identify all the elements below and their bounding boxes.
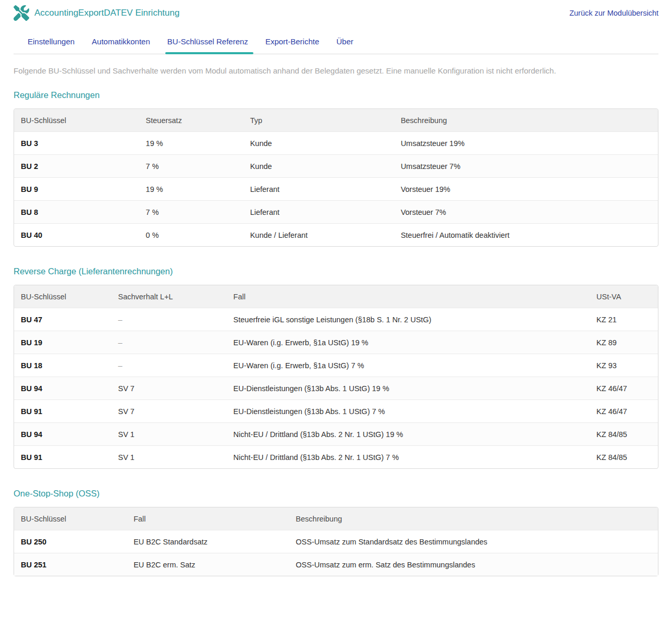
- column-header: Fall: [227, 285, 590, 308]
- table-row: BU 250EU B2C StandardsatzOSS-Umsatz zum …: [14, 530, 658, 553]
- table-cell: OSS-Umsatz zum Standardsatz des Bestimmu…: [289, 530, 658, 553]
- table-cell: KZ 84/85: [590, 445, 658, 468]
- bu-key-cell: BU 94: [14, 377, 111, 399]
- module-brand: AccountingExportDATEV Einrichtung: [14, 5, 179, 21]
- table-cell: –: [111, 354, 226, 377]
- table-row: BU 94SV 7EU-Dienstleistungen (§13b Abs. …: [14, 377, 658, 399]
- table-cell: KZ 84/85: [590, 422, 658, 445]
- section-title-regulaere-rechnungen: Reguläre Rechnungen: [14, 90, 658, 100]
- table-cell: Vorsteuer 7%: [394, 200, 658, 223]
- bu-key-cell: BU 251: [14, 553, 127, 576]
- bu-key-cell: BU 19: [14, 331, 111, 354]
- table-cell: Lieferant: [243, 177, 394, 200]
- table-cell: Umsatzsteuer 7%: [394, 154, 658, 177]
- table-cell: Vorsteuer 19%: [394, 177, 658, 200]
- table-cell: EU-Waren (i.g. Erwerb, §1a UStG) 7 %: [227, 354, 590, 377]
- section-title-oss: One-Stop-Shop (OSS): [14, 489, 658, 499]
- reverse-charge-table: BU-SchlüsselSachverhalt L+LFallUSt-VABU …: [14, 285, 658, 469]
- table-row: BU 19–EU-Waren (i.g. Erwerb, §1a UStG) 1…: [14, 331, 658, 354]
- tab-export-berichte[interactable]: Export-Berichte: [265, 37, 319, 54]
- tab-ueber[interactable]: Über: [336, 37, 353, 54]
- table-row: BU 91SV 7EU-Dienstleistungen (§13b Abs. …: [14, 399, 658, 422]
- tab-einstellungen[interactable]: Einstellungen: [28, 37, 75, 54]
- table-cell: –: [111, 331, 226, 354]
- bu-key-cell: BU 250: [14, 530, 127, 553]
- column-header: USt-VA: [590, 285, 658, 308]
- table-cell: Steuerfreie iGL sonstige Leistungen (§18…: [227, 308, 590, 331]
- table-cell: Lieferant: [243, 200, 394, 223]
- tab-automatikkonten[interactable]: Automatikkonten: [92, 37, 150, 54]
- table-cell: Umsatzsteuer 19%: [394, 131, 658, 154]
- table-cell: EU-Dienstleistungen (§13b Abs. 1 UStG) 7…: [227, 399, 590, 422]
- module-settings-page: AccountingExportDATEV Einrichtung Zurück…: [0, 0, 672, 576]
- bu-key-cell: BU 3: [14, 131, 139, 154]
- regular-invoices-table: BU-SchlüsselSteuersatzTypBeschreibungBU …: [14, 108, 658, 247]
- table-row: BU 94SV 1Nicht-EU / Drittland (§13b Abs.…: [14, 422, 658, 445]
- table-cell: 7 %: [139, 200, 243, 223]
- table-header-row: BU-SchlüsselFallBeschreibung: [14, 507, 658, 530]
- column-header: Steuersatz: [139, 109, 243, 131]
- table-cell: SV 1: [111, 422, 226, 445]
- bu-key-cell: BU 40: [14, 223, 139, 246]
- table-row: BU 319 %KundeUmsatzsteuer 19%: [14, 131, 658, 154]
- bu-key-cell: BU 9: [14, 177, 139, 200]
- bu-key-cell: BU 2: [14, 154, 139, 177]
- tab-bu-schluessel-referenz[interactable]: BU-Schlüssel Referenz: [167, 37, 248, 54]
- table-row: BU 18–EU-Waren (i.g. Erwerb, §1a UStG) 7…: [14, 354, 658, 377]
- table-row: BU 87 %LieferantVorsteuer 7%: [14, 200, 658, 223]
- table-cell: EU-Waren (i.g. Erwerb, §1a UStG) 19 %: [227, 331, 590, 354]
- top-bar: AccountingExportDATEV Einrichtung Zurück…: [14, 0, 658, 21]
- bu-key-cell: BU 91: [14, 445, 111, 468]
- column-header: Typ: [243, 109, 394, 131]
- table-cell: Steuerfrei / Automatik deaktiviert: [394, 223, 658, 246]
- table-row: BU 91SV 1Nicht-EU / Drittland (§13b Abs.…: [14, 445, 658, 468]
- bu-key-cell: BU 8: [14, 200, 139, 223]
- page-title: AccountingExportDATEV Einrichtung: [34, 8, 179, 18]
- table-cell: 0 %: [139, 223, 243, 246]
- table-cell: KZ 89: [590, 331, 658, 354]
- oss-table: BU-SchlüsselFallBeschreibungBU 250EU B2C…: [14, 507, 658, 576]
- table-cell: EU B2C erm. Satz: [127, 553, 289, 576]
- table-cell: –: [111, 308, 226, 331]
- table-cell: Kunde / Lieferant: [243, 223, 394, 246]
- table-header-row: BU-SchlüsselSachverhalt L+LFallUSt-VA: [14, 285, 658, 308]
- column-header: BU-Schlüssel: [14, 507, 127, 530]
- table-cell: EU B2C Standardsatz: [127, 530, 289, 553]
- column-header: BU-Schlüssel: [14, 109, 139, 131]
- table-cell: SV 7: [111, 399, 226, 422]
- table-cell: KZ 93: [590, 354, 658, 377]
- bu-key-cell: BU 91: [14, 399, 111, 422]
- intro-text: Folgende BU-Schlüssel und Sachverhalte w…: [14, 66, 658, 76]
- table-header-row: BU-SchlüsselSteuersatzTypBeschreibung: [14, 109, 658, 131]
- table-cell: EU-Dienstleistungen (§13b Abs. 1 UStG) 1…: [227, 377, 590, 399]
- table-cell: 19 %: [139, 131, 243, 154]
- table-row: BU 251EU B2C erm. SatzOSS-Umsatz zum erm…: [14, 553, 658, 576]
- bu-key-cell: BU 94: [14, 422, 111, 445]
- column-header: Beschreibung: [289, 507, 658, 530]
- bu-key-cell: BU 18: [14, 354, 111, 377]
- table-cell: SV 7: [111, 377, 226, 399]
- table-cell: KZ 21: [590, 308, 658, 331]
- section-title-reverse-charge: Reverse Charge (Lieferantenrechnungen): [14, 266, 658, 276]
- table-row: BU 47–Steuerfreie iGL sonstige Leistunge…: [14, 308, 658, 331]
- table-cell: KZ 46/47: [590, 377, 658, 399]
- table-cell: 19 %: [139, 177, 243, 200]
- table-cell: KZ 46/47: [590, 399, 658, 422]
- table-row: BU 400 %Kunde / LieferantSteuerfrei / Au…: [14, 223, 658, 246]
- table-row: BU 919 %LieferantVorsteuer 19%: [14, 177, 658, 200]
- table-cell: OSS-Umsatz zum erm. Satz des Bestimmungs…: [289, 553, 658, 576]
- tab-bar: Einstellungen Automatikkonten BU-Schlüss…: [14, 37, 658, 54]
- table-cell: 7 %: [139, 154, 243, 177]
- screwdriver-wrench-icon: [14, 5, 29, 21]
- table-cell: Kunde: [243, 154, 394, 177]
- table-row: BU 27 %KundeUmsatzsteuer 7%: [14, 154, 658, 177]
- column-header: Beschreibung: [394, 109, 658, 131]
- column-header: Fall: [127, 507, 289, 530]
- table-cell: SV 1: [111, 445, 226, 468]
- table-cell: Kunde: [243, 131, 394, 154]
- table-cell: Nicht-EU / Drittland (§13b Abs. 2 Nr. 1 …: [227, 422, 590, 445]
- back-to-module-overview-link[interactable]: Zurück zur Modulübersicht: [569, 9, 658, 17]
- column-header: BU-Schlüssel: [14, 285, 111, 308]
- column-header: Sachverhalt L+L: [111, 285, 226, 308]
- bu-key-cell: BU 47: [14, 308, 111, 331]
